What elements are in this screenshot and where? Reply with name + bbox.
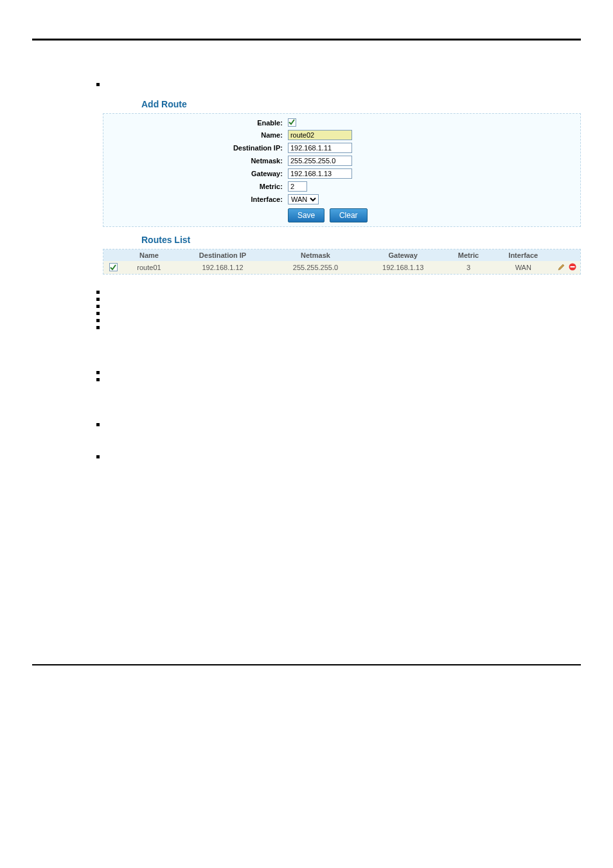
hdr-name: Name (123, 249, 175, 261)
routes-list-panel: Name Destination IP Netmask Gateway Metr… (103, 249, 581, 275)
hdr-dest: Destination IP (175, 249, 270, 261)
hdr-interface: Interface (492, 249, 555, 261)
bottom-rule (32, 664, 581, 665)
top-rule (32, 39, 581, 41)
edit-icon[interactable] (558, 263, 565, 271)
bullet-marker (96, 83, 100, 86)
delete-icon[interactable] (569, 263, 576, 271)
routes-list-title: Routes List (141, 235, 581, 245)
list-item (96, 375, 581, 381)
list-item (96, 309, 581, 315)
name-input[interactable] (288, 130, 352, 140)
interface-select[interactable]: WAN (288, 194, 319, 204)
enable-checkbox[interactable] (288, 118, 296, 127)
row-metric: 3 (445, 261, 492, 274)
metric-input[interactable] (288, 181, 307, 192)
list-item (96, 316, 581, 322)
hdr-gateway: Gateway (361, 249, 445, 261)
list-item (96, 294, 581, 301)
clear-button[interactable]: Clear (330, 208, 368, 222)
intro-bullet (96, 79, 581, 86)
gateway-input[interactable] (288, 168, 352, 179)
row-dest: 192.168.1.12 (175, 261, 270, 274)
list-item (96, 452, 581, 458)
add-route-panel: Enable: Name: Destination IP: N (103, 113, 581, 227)
svg-rect-1 (571, 266, 575, 267)
route-config-screenshot: Add Route Enable: Name: Destination IP: (103, 99, 581, 275)
list-item (96, 323, 581, 329)
list-item (96, 420, 581, 426)
row-interface: WAN (492, 261, 555, 274)
field-description-list (96, 287, 581, 329)
button-description-list (96, 368, 581, 381)
interface-label: Interface: (106, 193, 285, 206)
table-row: route01 192.168.1.12 255.255.255.0 192.1… (103, 261, 580, 274)
row-netmask: 255.255.255.0 (270, 261, 361, 274)
row-enable-checkbox[interactable] (109, 263, 118, 271)
metric-label: Metric: (106, 180, 285, 193)
list-item (96, 302, 581, 308)
netmask-label: Netmask: (106, 154, 285, 167)
gateway-label: Gateway: (106, 167, 285, 180)
hdr-metric: Metric (445, 249, 492, 261)
icon-description-list (96, 420, 581, 458)
table-header-row: Name Destination IP Netmask Gateway Metr… (103, 249, 580, 261)
row-gateway: 192.168.1.13 (361, 261, 445, 274)
add-route-title: Add Route (141, 99, 581, 109)
list-item (96, 368, 581, 374)
row-name: route01 (123, 261, 175, 274)
hdr-netmask: Netmask (270, 249, 361, 261)
netmask-input[interactable] (288, 156, 352, 166)
enable-label: Enable: (106, 116, 285, 129)
save-button[interactable]: Save (288, 208, 324, 222)
dest-ip-input[interactable] (288, 143, 352, 153)
dest-label: Destination IP: (106, 141, 285, 154)
list-item (96, 287, 581, 294)
name-label: Name: (106, 129, 285, 141)
